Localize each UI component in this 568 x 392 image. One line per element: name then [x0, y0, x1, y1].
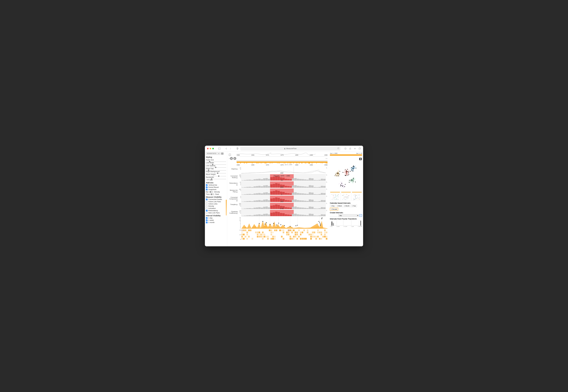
vis-activation[interactable]: Activation — [206, 207, 226, 209]
help-icon[interactable]: ? — [236, 184, 238, 186]
help-icon[interactable]: ? — [236, 213, 238, 214]
snapshot-1[interactable] — [330, 192, 340, 201]
svg-point-176 — [352, 166, 353, 167]
snapshot-3[interactable] — [352, 192, 362, 201]
traffic-lights — [207, 148, 214, 149]
svg-point-68 — [337, 175, 338, 176]
content: SCIENTISTS ▾ Styling Node SizeLink Width… — [205, 152, 363, 246]
reload-icon[interactable] — [337, 147, 339, 150]
interval-number-input[interactable] — [330, 215, 338, 216]
grid-icon[interactable] — [221, 153, 223, 155]
svg-point-298 — [333, 196, 333, 196]
sort-icon[interactable]: ⇅ — [326, 196, 328, 197]
toggle-bar[interactable]: BarDensity — [206, 191, 226, 193]
help-icon[interactable]: ? — [236, 191, 238, 193]
network-graph[interactable] — [330, 156, 362, 190]
minimize-icon[interactable] — [210, 148, 211, 149]
interval-1-month[interactable]: 1 Month — [343, 205, 350, 207]
sort-icon[interactable]: ⇅ — [326, 181, 328, 183]
slider-block-height[interactable]: Block Height — [206, 173, 226, 176]
sort-icon[interactable]: ⇅ — [326, 167, 328, 169]
svg-point-254 — [345, 184, 346, 185]
overview-timeline[interactable]: 1960196519701975198019851990 — [236, 153, 328, 156]
svg-point-26 — [276, 225, 277, 225]
vis-redundancy[interactable]: Redundancy — [206, 210, 226, 211]
interval-1-day[interactable]: 1 Day — [330, 205, 335, 207]
timeline-orange[interactable] — [236, 161, 328, 163]
help-icon[interactable]: ? — [236, 177, 238, 179]
film-icon[interactable] — [229, 154, 231, 156]
fourier-chart[interactable] — [330, 220, 362, 226]
vis-connected-nodes[interactable]: Connected Nodes — [206, 198, 226, 200]
right-timeline[interactable] — [330, 154, 362, 156]
add-interval-button[interactable]: + — [359, 214, 362, 217]
vis-scrollbar[interactable] — [226, 200, 227, 215]
measure-moving-link-pairs: Moving Link Pairs? 2000 295 ⇅ — [229, 188, 328, 195]
help-icon[interactable]: ? — [236, 204, 238, 205]
interval-1-year[interactable]: 1 Year — [351, 205, 357, 207]
svg-line-350 — [355, 196, 356, 198]
url-bar[interactable]: MeasureFlow — [240, 147, 340, 150]
slider-link-opacity[interactable]: Link Opacity — [206, 165, 226, 167]
vis-active-link-pairs[interactable]: Active Link Pairs — [206, 201, 226, 203]
measure-degree: Degree? 100 ⇅ — [229, 167, 328, 174]
measure-vis-title: Measure Visibility — [206, 196, 226, 198]
density-chart[interactable]: 14121086420 — [241, 217, 328, 229]
maximize-icon[interactable] — [212, 148, 214, 149]
sort-icon[interactable]: ⇅ — [326, 174, 328, 176]
tabs-icon[interactable] — [358, 147, 361, 150]
check-snapshots[interactable]: Snapshots — [206, 188, 226, 190]
ivis-1-week[interactable]: 1 week — [206, 219, 226, 221]
sidebar-toggle-icon[interactable] — [218, 147, 221, 150]
check-vertical-line[interactable]: Vertical line — [206, 184, 226, 186]
slider-node-size[interactable]: Node Size — [206, 159, 226, 161]
slider-bandwidth[interactable]: Bandwidth — [206, 176, 226, 179]
slider-link-width[interactable]: Link Width — [206, 162, 226, 164]
slider-edge-gap[interactable]: Edge Gap — [206, 168, 226, 170]
download-icon[interactable] — [344, 147, 347, 150]
vis-density[interactable]: Density — [206, 205, 226, 207]
dataset-dropdown[interactable]: SCIENTISTS ▾ — [206, 152, 220, 155]
svg-point-143 — [348, 175, 348, 176]
heatmap[interactable]: 15105 — [241, 229, 328, 240]
ivis-1-month[interactable]: 1 month — [206, 222, 226, 224]
svg-point-209 — [353, 181, 353, 182]
svg-point-323 — [342, 195, 342, 196]
svg-rect-5 — [359, 148, 360, 149]
svg-point-233 — [353, 179, 354, 179]
snapshot-2[interactable] — [341, 192, 351, 201]
forward-icon[interactable] — [229, 147, 232, 150]
timeline-grey[interactable] — [236, 160, 328, 161]
vis-new-link-pairs[interactable]: New Link Pairs — [206, 212, 226, 214]
svg-point-306 — [347, 197, 347, 197]
interval-unit-select[interactable]: day — [338, 214, 359, 217]
toggle-time[interactable]: TimePack — [206, 193, 226, 195]
help-icon[interactable]: ? — [236, 168, 238, 170]
svg-point-23 — [266, 223, 267, 223]
interval-1-decade[interactable]: 1 Decade — [330, 208, 338, 211]
bandwidth-value: ≈ 97 days — [206, 179, 226, 181]
back-icon[interactable] — [225, 147, 228, 150]
svg-point-197 — [353, 166, 354, 166]
help-icon[interactable]: ? — [236, 200, 238, 201]
svg-line-345 — [356, 195, 358, 195]
interval-1-week[interactable]: 1 Week — [336, 205, 343, 207]
sort-icon[interactable]: ⇅ — [326, 203, 328, 204]
svg-point-221 — [355, 182, 356, 182]
slider-edge-background[interactable]: Edge Background — [206, 170, 226, 173]
sort-icon[interactable]: ⇅ — [326, 188, 328, 190]
shield-icon[interactable] — [236, 147, 239, 150]
svg-point-339 — [354, 195, 354, 195]
timeline-marks — [236, 163, 328, 164]
new-tab-icon[interactable] — [354, 147, 356, 150]
vis-active-links[interactable]: Active Links — [206, 203, 226, 205]
svg-point-248 — [344, 186, 345, 187]
close-icon[interactable] — [207, 148, 209, 149]
sort-icon[interactable]: ⇅ — [326, 210, 328, 211]
svg-point-281 — [331, 195, 332, 195]
svg-point-300 — [349, 196, 349, 196]
svg-point-38 — [322, 218, 322, 218]
share-icon[interactable] — [349, 147, 351, 150]
ivis-1-day[interactable]: 1 day — [206, 217, 226, 219]
check-period-result[interactable]: Period Result — [206, 186, 226, 188]
